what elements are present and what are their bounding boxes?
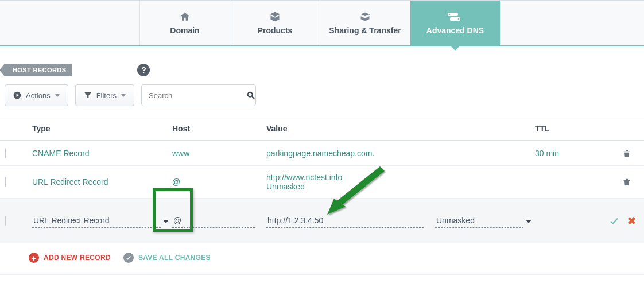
record-host-input[interactable] (172, 213, 255, 228)
section-title-tag: HOST RECORDS (5, 64, 72, 76)
record-host[interactable]: @ (172, 177, 264, 187)
table-row: URL Redirect Record @ http://www.nctest.… (0, 166, 644, 199)
tab-label: Domain (170, 26, 199, 35)
chevron-down-icon (55, 94, 60, 97)
button-label: SAVE ALL CHANGES (138, 254, 211, 262)
svg-point-6 (248, 92, 253, 97)
server-icon (448, 11, 463, 22)
chevron-down-icon (526, 220, 532, 223)
table-header-row: Type Host Value TTL (0, 117, 644, 141)
record-mask-select-wrap (435, 213, 533, 228)
record-value-input[interactable] (266, 213, 424, 228)
row-checkbox[interactable] (5, 177, 6, 187)
button-label: Filters (96, 91, 117, 100)
button-label: ADD NEW RECORD (44, 254, 111, 262)
record-type[interactable]: CNAME Record (32, 149, 170, 158)
search-input[interactable] (148, 91, 246, 100)
record-ttl[interactable]: 30 min (535, 149, 612, 158)
svg-line-7 (252, 96, 254, 99)
nav-spacer (501, 1, 644, 45)
table-row-editing: ✖ (0, 199, 644, 243)
col-value: Value (266, 124, 533, 133)
col-host: Host (172, 124, 264, 133)
delete-row-button[interactable] (622, 148, 631, 158)
actions-button[interactable]: Actions (5, 84, 68, 106)
col-ttl: TTL (535, 124, 612, 133)
funnel-icon (84, 91, 92, 99)
home-icon (179, 11, 191, 22)
chevron-down-icon (163, 220, 169, 223)
record-value-group: http://www.nctest.info Unmasked (266, 173, 533, 191)
tab-domain[interactable]: Domain (140, 1, 230, 45)
tab-sharing[interactable]: Sharing & Transfer (320, 1, 410, 45)
tab-label: Products (258, 26, 293, 35)
svg-marker-9 (327, 199, 346, 215)
add-new-record-button[interactable]: + ADD NEW RECORD (29, 253, 111, 263)
col-type: Type (32, 124, 170, 133)
section-header: HOST RECORDS ? (0, 64, 644, 76)
tab-advanced-dns[interactable]: Advanced DNS (410, 1, 501, 45)
tab-label: Sharing & Transfer (329, 26, 401, 35)
search-input-wrap[interactable] (141, 84, 256, 106)
search-icon (246, 91, 255, 100)
delete-row-button[interactable] (622, 177, 631, 187)
records-table: Type Host Value TTL CNAME Record www par… (0, 117, 644, 243)
table-footer: + ADD NEW RECORD SAVE ALL CHANGES (0, 243, 644, 275)
help-icon[interactable]: ? (137, 64, 150, 76)
row-checkbox[interactable] (5, 216, 6, 226)
record-value2[interactable]: Unmasked (266, 182, 533, 191)
tab-products[interactable]: Products (230, 1, 320, 45)
check-icon (123, 253, 134, 263)
cancel-row-button[interactable]: ✖ (627, 216, 636, 226)
table-row: CNAME Record www parkingpage.namecheap.c… (0, 141, 644, 166)
record-type-select-wrap (32, 213, 170, 228)
toolbar: Actions Filters (0, 84, 644, 117)
tab-label: Advanced DNS (426, 26, 484, 35)
nav-spacer (0, 1, 140, 45)
box-icon (269, 11, 281, 22)
play-icon (13, 91, 21, 99)
record-type-select[interactable] (32, 213, 161, 228)
save-all-changes-button[interactable]: SAVE ALL CHANGES (123, 253, 211, 263)
svg-point-3 (449, 14, 451, 15)
row-checkbox[interactable] (5, 148, 6, 158)
record-value[interactable]: http://www.nctest.info (266, 173, 533, 182)
button-label: Actions (26, 91, 51, 100)
record-host[interactable]: www (172, 149, 264, 158)
svg-point-2 (458, 18, 460, 20)
top-nav: Domain Products Sharing & Transfer Advan… (0, 0, 644, 46)
plus-icon: + (29, 253, 39, 263)
record-value[interactable]: parkingpage.namecheap.com. (266, 149, 533, 158)
share-icon (358, 11, 372, 22)
record-type[interactable]: URL Redirect Record (32, 177, 170, 187)
filters-button[interactable]: Filters (75, 84, 134, 106)
chevron-down-icon (121, 94, 126, 97)
confirm-row-button[interactable] (609, 216, 619, 226)
record-mask-select[interactable] (435, 213, 523, 228)
